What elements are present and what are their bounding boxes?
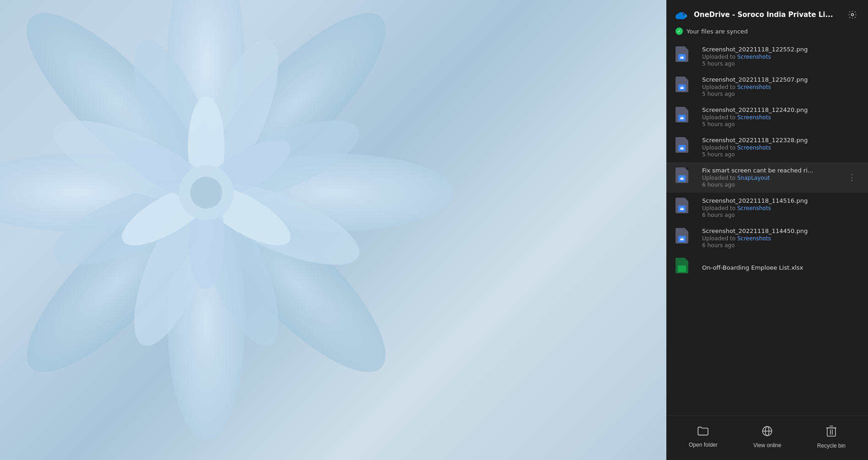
file-time: 6 hours ago <box>702 242 859 249</box>
location-link[interactable]: Screenshots <box>737 114 771 121</box>
sync-dot <box>676 28 683 35</box>
file-location: Uploaded to Screenshots <box>702 84 859 90</box>
file-icon <box>676 228 696 248</box>
onedrive-panel: OneDrive - Soroco India Private Li... Yo… <box>666 0 868 460</box>
file-info: Screenshot_20221118_122328.png Uploaded … <box>702 137 859 158</box>
settings-button[interactable] <box>846 8 859 21</box>
list-item[interactable]: Screenshot_20221118_122507.png Uploaded … <box>666 72 868 102</box>
recycle-bin-label: Recycle bin <box>817 443 846 449</box>
recycle-bin-icon <box>826 425 836 440</box>
list-item[interactable]: Screenshot_20221118_122552.png Uploaded … <box>666 41 868 72</box>
file-name: Screenshot_20221118_114450.png <box>702 227 859 234</box>
file-time: 5 hours ago <box>702 61 859 67</box>
file-name: Screenshot_20221118_122552.png <box>702 46 859 53</box>
list-item[interactable]: Screenshot_20221118_114516.png Uploaded … <box>666 193 868 223</box>
gear-icon <box>848 10 857 19</box>
list-item[interactable]: Fix smart screen cant be reached ri... U… <box>666 162 868 193</box>
header-left: OneDrive - Soroco India Private Li... <box>676 10 833 19</box>
location-link[interactable]: Screenshots <box>737 235 771 242</box>
file-location: Uploaded to Screenshots <box>702 114 859 121</box>
file-time: 6 hours ago <box>702 182 839 188</box>
file-info: Screenshot_20221118_122507.png Uploaded … <box>702 76 859 97</box>
file-location: Uploaded to Screenshots <box>702 54 859 60</box>
file-name: On-off-Boarding Emploee List.xlsx <box>702 264 859 271</box>
list-item[interactable]: Screenshot_20221118_122420.png Uploaded … <box>666 102 868 132</box>
file-name: Fix smart screen cant be reached ri... <box>702 167 839 174</box>
file-time: 5 hours ago <box>702 151 859 158</box>
location-link[interactable]: SnapLayout <box>737 175 770 181</box>
open-folder-button[interactable]: Open folder <box>681 422 725 452</box>
file-icon <box>676 137 696 157</box>
file-time: 6 hours ago <box>702 212 859 218</box>
file-info: Screenshot_20221118_114516.png Uploaded … <box>702 197 859 218</box>
location-link[interactable]: Screenshots <box>737 205 771 211</box>
onedrive-icon <box>676 10 688 19</box>
folder-icon <box>697 426 709 439</box>
file-location: Uploaded to Screenshots <box>702 205 859 211</box>
file-info: Screenshot_20221118_122420.png Uploaded … <box>702 106 859 127</box>
file-time: 5 hours ago <box>702 121 859 127</box>
file-info: Fix smart screen cant be reached ri... U… <box>702 167 839 188</box>
list-item[interactable]: Screenshot_20221118_122328.png Uploaded … <box>666 132 868 162</box>
view-online-button[interactable]: View online <box>746 422 789 452</box>
bottom-action-bar: Open folder View online Recycle bin <box>666 416 868 460</box>
file-name: Screenshot_20221118_114516.png <box>702 197 859 204</box>
file-icon <box>676 77 696 97</box>
list-item[interactable]: On-off-Boarding Emploee List.xlsx <box>666 253 868 283</box>
file-icon <box>676 167 696 188</box>
panel-header: OneDrive - Soroco India Private Li... <box>666 0 868 26</box>
file-location: Uploaded to Screenshots <box>702 144 859 151</box>
file-location: Uploaded to Screenshots <box>702 235 859 242</box>
sync-text: Your files are synced <box>687 28 748 35</box>
file-name: Screenshot_20221118_122328.png <box>702 137 859 144</box>
desktop-decoration <box>0 0 458 459</box>
file-location: Uploaded to SnapLayout <box>702 175 839 181</box>
file-icon <box>676 107 696 127</box>
file-icon <box>676 198 696 218</box>
globe-icon <box>762 426 773 439</box>
file-name: Screenshot_20221118_122420.png <box>702 106 859 113</box>
list-item[interactable]: Screenshot_20221118_114450.png Uploaded … <box>666 223 868 253</box>
sync-status: Your files are synced <box>666 26 868 41</box>
svg-rect-28 <box>827 428 835 436</box>
file-icon <box>676 258 696 278</box>
svg-point-24 <box>852 14 854 16</box>
open-folder-label: Open folder <box>689 442 718 448</box>
location-link[interactable]: Screenshots <box>737 54 771 60</box>
file-info: Screenshot_20221118_114450.png Uploaded … <box>702 227 859 249</box>
location-link[interactable]: Screenshots <box>737 84 771 90</box>
file-time: 5 hours ago <box>702 91 859 97</box>
recycle-bin-button[interactable]: Recycle bin <box>810 421 853 453</box>
location-link[interactable]: Screenshots <box>737 144 771 151</box>
panel-title: OneDrive - Soroco India Private Li... <box>694 11 833 19</box>
svg-point-23 <box>190 177 222 209</box>
more-options-button[interactable]: ⋮ <box>845 171 859 184</box>
file-icon <box>676 46 696 67</box>
files-list[interactable]: Screenshot_20221118_122552.png Uploaded … <box>666 41 868 416</box>
view-online-label: View online <box>753 442 781 449</box>
file-name: Screenshot_20221118_122507.png <box>702 76 859 83</box>
file-info: Screenshot_20221118_122552.png Uploaded … <box>702 46 859 67</box>
file-info: On-off-Boarding Emploee List.xlsx <box>702 264 859 272</box>
